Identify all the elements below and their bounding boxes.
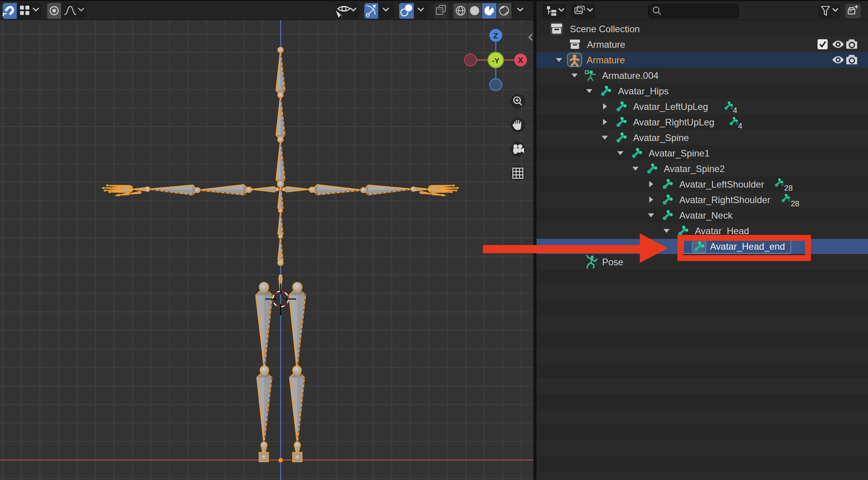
svg-text:Avatar_LeftUpLeg: Avatar_LeftUpLeg	[633, 101, 708, 112]
svg-text:Avatar_LeftShoulder: Avatar_LeftShoulder	[679, 179, 764, 190]
svg-text:Avatar_RightShoulder: Avatar_RightShoulder	[679, 195, 770, 205]
svg-text:Pose: Pose	[602, 257, 623, 267]
svg-text:Avatar_RightUpLeg: Avatar_RightUpLeg	[633, 117, 714, 127]
svg-text:Armature: Armature	[587, 55, 625, 65]
svg-text:Avatar_Spine: Avatar_Spine	[633, 132, 689, 143]
svg-text:Avatar_Spine1: Avatar_Spine1	[649, 148, 710, 158]
svg-text:Z: Z	[493, 31, 498, 40]
svg-text:28: 28	[791, 199, 799, 208]
svg-text:28: 28	[784, 184, 793, 192]
svg-text:4: 4	[738, 122, 742, 130]
svg-text:Scene Collection: Scene Collection	[570, 24, 640, 34]
svg-text:Avatar_Spine2: Avatar_Spine2	[664, 163, 725, 174]
svg-text:Armature.004: Armature.004	[602, 70, 658, 81]
svg-text:Armature: Armature	[587, 39, 625, 50]
svg-text:4: 4	[733, 106, 737, 115]
svg-text:Avatar_Head_end: Avatar_Head_end	[710, 241, 785, 252]
svg-text:-Y: -Y	[492, 57, 500, 65]
svg-text:Avatar_Head: Avatar_Head	[695, 226, 749, 236]
svg-text:Avatar_Neck: Avatar_Neck	[679, 210, 733, 221]
svg-text:Avatar_Hips: Avatar_Hips	[618, 86, 668, 96]
svg-text:X: X	[518, 56, 523, 64]
